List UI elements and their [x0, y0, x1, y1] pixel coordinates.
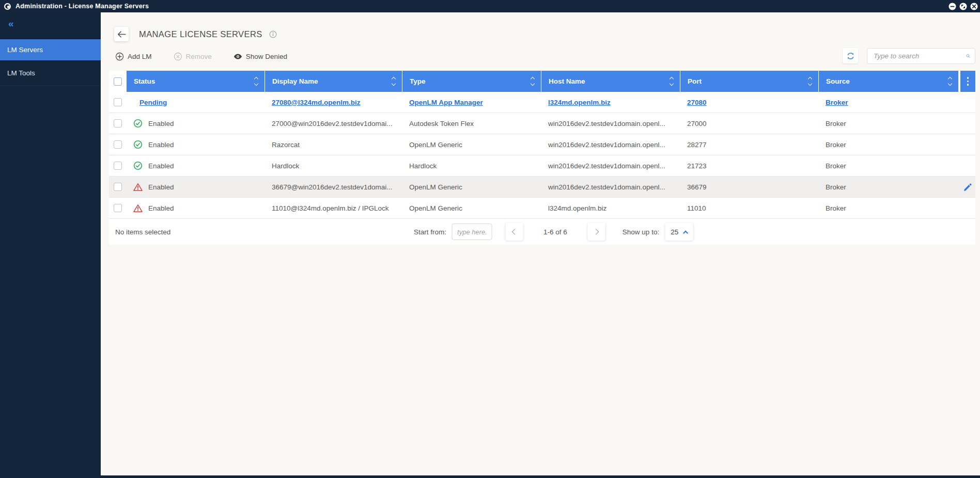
search-input[interactable] — [874, 52, 966, 60]
port-text: 36679 — [687, 183, 707, 191]
show-up-to-label: Show up to: — [623, 228, 659, 236]
back-arrow-icon — [117, 31, 126, 38]
host-name-cell: l324md.openlm.biz — [541, 92, 680, 113]
close-icon[interactable] — [970, 3, 978, 10]
minimize-icon[interactable] — [948, 3, 956, 10]
column-header-display-name[interactable]: Display Name — [265, 71, 402, 92]
column-header-type[interactable]: Type — [402, 71, 541, 92]
remove-button[interactable]: Remove — [174, 52, 212, 61]
search-icon[interactable] — [966, 51, 970, 61]
source-text: Broker — [826, 141, 846, 149]
host-name-cell: l324md.openlm.biz — [541, 198, 680, 218]
display-name-cell: 36679@win2016dev2.testdev1domai... — [265, 177, 402, 197]
status-cell: Enabled — [126, 198, 265, 218]
sidebar-item-label: LM Servers — [7, 46, 43, 54]
port-text: 11010 — [687, 204, 706, 212]
pagination: Start from: 1-6 of 6 Show up to: 25 — [414, 219, 693, 245]
page-size-select[interactable]: 25 — [665, 223, 693, 241]
display-name-text[interactable]: 27080@l324md.openlm.biz — [272, 99, 360, 106]
host-name-cell: win2016dev2.testdev1domain.openl... — [541, 113, 680, 134]
source-cell: Broker — [818, 177, 960, 197]
table-row[interactable]: EnabledHardlockHardlockwin2016dev2.testd… — [109, 155, 975, 177]
column-header-status[interactable]: Status — [126, 71, 265, 92]
sort-icon[interactable] — [948, 77, 952, 85]
type-text: OpenLM Generic — [409, 141, 462, 149]
port-cell: 11010 — [680, 198, 818, 218]
column-menu-button[interactable] — [960, 71, 975, 92]
row-checkbox-cell — [109, 198, 126, 218]
page-header: MANAGE LICENSE SERVERS — [114, 27, 277, 41]
maximize-icon[interactable] — [959, 3, 967, 10]
column-header-port[interactable]: Port — [680, 71, 818, 92]
source-text: Broker — [826, 204, 846, 212]
table-row[interactable]: Pending27080@l324md.openlm.bizOpenLM App… — [109, 92, 975, 113]
back-button[interactable] — [114, 27, 129, 41]
collapse-sidebar-icon[interactable]: « — [8, 19, 14, 28]
sort-icon[interactable] — [670, 77, 673, 85]
type-text[interactable]: OpenLM App Manager — [409, 99, 483, 106]
table-row[interactable]: EnabledRazorcatOpenLM Genericwin2016dev2… — [109, 134, 975, 155]
row-checkbox[interactable] — [114, 183, 122, 191]
source-text: Broker — [826, 162, 846, 170]
next-page-button[interactable] — [588, 223, 605, 241]
select-all-checkbox[interactable] — [114, 77, 122, 86]
display-name-cell: 11010@l324md.openlm.biz / IPGLock — [265, 198, 402, 218]
type-cell: OpenLM Generic — [402, 198, 541, 218]
row-checkbox-cell — [109, 113, 126, 134]
refresh-button[interactable] — [843, 48, 858, 63]
table-row[interactable]: Enabled36679@win2016dev2.testdev1domai..… — [109, 177, 975, 198]
select-all-cell — [109, 71, 126, 92]
status-warning-icon — [133, 183, 143, 192]
sidebar-item-lm-tools[interactable]: LM Tools — [0, 61, 101, 86]
row-checkbox-cell — [109, 177, 126, 197]
sidebar-item-lm-servers[interactable]: LM Servers — [0, 39, 101, 61]
status-ok-icon — [133, 140, 143, 149]
table-footer: No items selected Start from: 1-6 of 6 S… — [109, 219, 975, 245]
table-row[interactable]: Enabled11010@l324md.openlm.biz / IPGLock… — [109, 198, 975, 219]
page-range: 1-6 of 6 — [543, 228, 567, 236]
status-warning-icon — [133, 204, 143, 213]
previous-page-button[interactable] — [505, 223, 523, 241]
row-checkbox[interactable] — [114, 162, 122, 170]
host-name-cell: win2016dev2.testdev1domain.openl... — [541, 177, 680, 197]
sort-icon[interactable] — [531, 77, 534, 85]
window-titlebar: Administration - License Manager Servers — [0, 0, 980, 12]
column-header-host-name[interactable]: Host Name — [541, 71, 680, 92]
status-cell: Enabled — [126, 113, 265, 134]
sort-icon[interactable] — [808, 77, 812, 85]
table-row[interactable]: Enabled27000@win2016dev2.testdev1domai..… — [109, 113, 975, 134]
sort-icon[interactable] — [255, 77, 258, 85]
info-icon[interactable] — [269, 30, 277, 38]
row-actions-cell — [960, 155, 975, 176]
row-checkbox-cell — [109, 155, 126, 176]
row-checkbox[interactable] — [114, 119, 122, 128]
port-cell: 27000 — [680, 113, 818, 134]
status-text: Enabled — [148, 204, 174, 212]
source-text[interactable]: Broker — [826, 99, 848, 106]
search-area — [843, 47, 975, 64]
edit-icon[interactable] — [963, 183, 972, 192]
display-name-text: Razorcat — [272, 141, 300, 149]
row-checkbox[interactable] — [114, 98, 122, 106]
window-title: Administration - License Manager Servers — [15, 3, 149, 10]
row-checkbox[interactable] — [114, 140, 122, 149]
host-name-text[interactable]: l324md.openlm.biz — [548, 99, 611, 106]
sort-icon[interactable] — [392, 77, 395, 85]
type-cell: Hardlock — [402, 155, 541, 176]
start-from-input[interactable] — [452, 224, 492, 240]
port-text[interactable]: 27080 — [687, 99, 707, 106]
row-checkbox[interactable] — [114, 204, 122, 212]
status-text: Enabled — [148, 120, 174, 128]
display-name-text: 11010@l324md.openlm.biz / IPGLock — [272, 204, 389, 212]
show-denied-button[interactable]: Show Denied — [234, 53, 287, 60]
kebab-icon — [967, 77, 969, 86]
selection-status: No items selected — [115, 228, 170, 236]
status-text[interactable]: Pending — [139, 99, 167, 106]
add-lm-button[interactable]: Add LM — [115, 52, 152, 61]
display-name-cell: Hardlock — [265, 155, 402, 176]
source-text: Broker — [826, 183, 846, 191]
port-cell: 36679 — [680, 177, 818, 197]
column-header-source[interactable]: Source — [818, 71, 958, 92]
type-text: OpenLM Generic — [409, 204, 462, 212]
eye-icon — [234, 53, 242, 60]
